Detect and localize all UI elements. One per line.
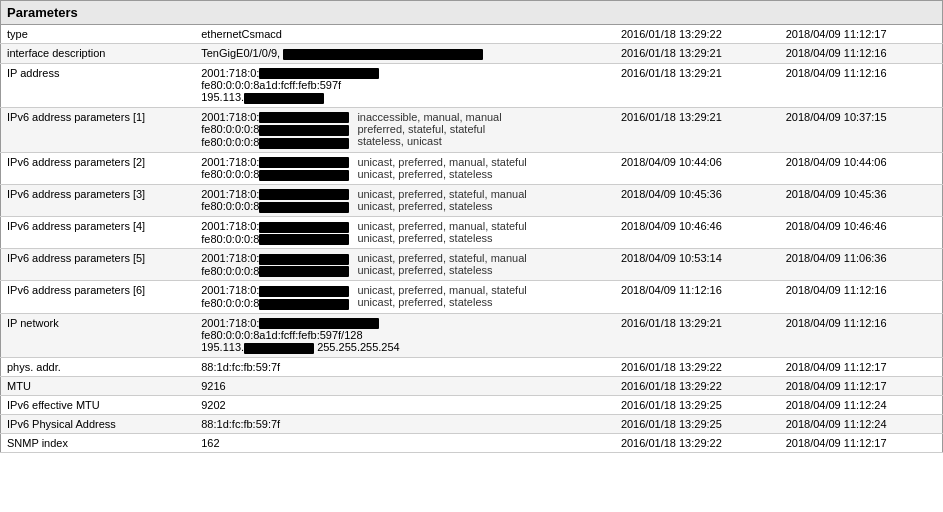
param-label: IPv6 address parameters [3] <box>1 184 196 216</box>
table-row: IPv6 address parameters [5]2001:718:0:fe… <box>1 249 943 281</box>
param-date1: 2016/01/18 13:29:22 <box>615 357 780 376</box>
param-date1: 2016/01/18 13:29:22 <box>615 25 780 44</box>
param-value: 2001:718:0:fe80:0:0:0:8a1d:fcff:fefb:597… <box>195 63 615 107</box>
table-row: typeethernetCsmacd2016/01/18 13:29:22201… <box>1 25 943 44</box>
table-row: IP address2001:718:0:fe80:0:0:0:8a1d:fcf… <box>1 63 943 107</box>
param-label: IPv6 address parameters [5] <box>1 249 196 281</box>
table-row: IP network2001:718:0:fe80:0:0:0:8a1d:fcf… <box>1 313 943 357</box>
param-label: interface description <box>1 44 196 64</box>
param-date1: 2018/04/09 11:12:16 <box>615 281 780 313</box>
param-label: IPv6 address parameters [2] <box>1 152 196 184</box>
param-value: 2001:718:0:fe80:0:0:0:8unicast, preferre… <box>195 281 615 313</box>
param-date1: 2016/01/18 13:29:21 <box>615 44 780 64</box>
param-label: IPv6 address parameters [6] <box>1 281 196 313</box>
param-value: 2001:718:0:fe80:0:0:0:8a1d:fcff:fefb:597… <box>195 313 615 357</box>
table-row: phys. addr.88:1d:fc:fb:59:7f2016/01/18 1… <box>1 357 943 376</box>
param-date1: 2016/01/18 13:29:21 <box>615 63 780 107</box>
param-value: 9216 <box>195 376 615 395</box>
param-date2: 2018/04/09 11:12:17 <box>780 25 943 44</box>
param-date2: 2018/04/09 11:12:17 <box>780 357 943 376</box>
param-label: MTU <box>1 376 196 395</box>
table-row: IPv6 address parameters [6]2001:718:0:fe… <box>1 281 943 313</box>
param-value: 2001:718:0:fe80:0:0:0:8fe80:0:0:0:8inacc… <box>195 107 615 152</box>
param-date2: 2018/04/09 11:12:17 <box>780 376 943 395</box>
param-date2: 2018/04/09 11:12:17 <box>780 433 943 452</box>
table-row: MTU92162016/01/18 13:29:222018/04/09 11:… <box>1 376 943 395</box>
param-date2: 2018/04/09 11:12:16 <box>780 63 943 107</box>
param-label: IPv6 effective MTU <box>1 395 196 414</box>
table-row: IPv6 address parameters [3]2001:718:0:fe… <box>1 184 943 216</box>
param-label: IP address <box>1 63 196 107</box>
param-date2: 2018/04/09 11:06:36 <box>780 249 943 281</box>
table-row: IPv6 effective MTU92022016/01/18 13:29:2… <box>1 395 943 414</box>
param-date1: 2018/04/09 10:44:06 <box>615 152 780 184</box>
table-row: IPv6 address parameters [4]2001:718:0:fe… <box>1 216 943 248</box>
param-label: IPv6 Physical Address <box>1 414 196 433</box>
param-date2: 2018/04/09 10:44:06 <box>780 152 943 184</box>
param-date2: 2018/04/09 10:45:36 <box>780 184 943 216</box>
param-date1: 2016/01/18 13:29:22 <box>615 376 780 395</box>
param-value: TenGigE0/1/0/9, <box>195 44 615 64</box>
table-row: interface descriptionTenGigE0/1/0/9, 201… <box>1 44 943 64</box>
param-date1: 2018/04/09 10:46:46 <box>615 216 780 248</box>
param-value: 162 <box>195 433 615 452</box>
table-row: IPv6 Physical Address88:1d:fc:fb:59:7f20… <box>1 414 943 433</box>
param-label: phys. addr. <box>1 357 196 376</box>
param-value: 9202 <box>195 395 615 414</box>
param-date1: 2016/01/18 13:29:21 <box>615 313 780 357</box>
param-label: IPv6 address parameters [1] <box>1 107 196 152</box>
param-label: type <box>1 25 196 44</box>
param-value: 2001:718:0:fe80:0:0:0:8unicast, preferre… <box>195 249 615 281</box>
param-date1: 2018/04/09 10:53:14 <box>615 249 780 281</box>
table-row: IPv6 address parameters [2]2001:718:0:fe… <box>1 152 943 184</box>
param-date1: 2016/01/18 13:29:21 <box>615 107 780 152</box>
param-value: 2001:718:0:fe80:0:0:0:8unicast, preferre… <box>195 152 615 184</box>
param-date2: 2018/04/09 11:12:16 <box>780 281 943 313</box>
param-date2: 2018/04/09 11:12:24 <box>780 395 943 414</box>
parameters-table: Parameters typeethernetCsmacd2016/01/18 … <box>0 0 943 453</box>
param-date2: 2018/04/09 10:37:15 <box>780 107 943 152</box>
param-label: IP network <box>1 313 196 357</box>
param-date1: 2016/01/18 13:29:22 <box>615 433 780 452</box>
param-date2: 2018/04/09 11:12:16 <box>780 313 943 357</box>
param-date1: 2018/04/09 10:45:36 <box>615 184 780 216</box>
param-value: 2001:718:0:fe80:0:0:0:8unicast, preferre… <box>195 216 615 248</box>
param-label: SNMP index <box>1 433 196 452</box>
table-row: IPv6 address parameters [1]2001:718:0:fe… <box>1 107 943 152</box>
param-date2: 2018/04/09 11:12:16 <box>780 44 943 64</box>
param-date1: 2016/01/18 13:29:25 <box>615 414 780 433</box>
param-label: IPv6 address parameters [4] <box>1 216 196 248</box>
param-value: ethernetCsmacd <box>195 25 615 44</box>
table-title: Parameters <box>1 1 943 25</box>
param-value: 2001:718:0:fe80:0:0:0:8unicast, preferre… <box>195 184 615 216</box>
param-value: 88:1d:fc:fb:59:7f <box>195 357 615 376</box>
param-date1: 2016/01/18 13:29:25 <box>615 395 780 414</box>
param-date2: 2018/04/09 10:46:46 <box>780 216 943 248</box>
param-date2: 2018/04/09 11:12:24 <box>780 414 943 433</box>
param-value: 88:1d:fc:fb:59:7f <box>195 414 615 433</box>
table-row: SNMP index1622016/01/18 13:29:222018/04/… <box>1 433 943 452</box>
